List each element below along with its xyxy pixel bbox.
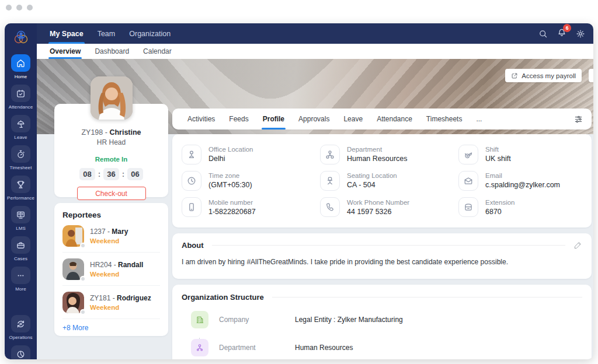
operations-icon xyxy=(11,315,30,332)
tab-activities[interactable]: Activities xyxy=(180,108,222,130)
notification-badge: 6 xyxy=(563,24,571,32)
tab-feeds[interactable]: Feeds xyxy=(222,108,255,130)
attendance-status: Remote In xyxy=(54,156,168,163)
tab-attendance[interactable]: Attendance xyxy=(370,108,419,130)
subnav-tab-dashboard[interactable]: Dashboard xyxy=(88,44,136,59)
main-area: My Space Team Organization 6 Overview Da… xyxy=(37,23,593,359)
nav-tab-organization[interactable]: Organization xyxy=(122,23,178,44)
handset-icon xyxy=(320,197,340,217)
seat-icon xyxy=(320,171,340,191)
employee-info-card: Office Location Delhi Department Human R… xyxy=(172,134,592,228)
status-dot xyxy=(80,309,86,315)
umbrella-icon xyxy=(11,115,30,132)
window-controls xyxy=(6,5,33,10)
location-pin-icon xyxy=(182,145,201,164)
reportees-card: Reportees 1237 - Mary Weekend xyxy=(54,203,168,336)
org-nodes-icon xyxy=(320,145,340,164)
briefcase-icon xyxy=(11,236,30,254)
sidebar-item-more[interactable]: More xyxy=(11,267,30,292)
sidebar-item-lms[interactable]: LMS xyxy=(11,206,30,231)
info-seating-location: Seating Location CA - 504 xyxy=(320,167,458,194)
reportee-row-rodriguez[interactable]: ZY181 - Rodriguez Weekend xyxy=(62,286,160,319)
info-shift: Shift UK shift xyxy=(458,141,582,167)
nav-tab-team[interactable]: Team xyxy=(91,23,123,44)
more-reportees-link[interactable]: +8 More xyxy=(62,324,88,332)
employee-role: HR Head xyxy=(54,138,168,146)
employee-avatar[interactable] xyxy=(91,76,133,120)
profile-tabs-bar: Activities Feeds Profile Approvals Leave… xyxy=(172,108,592,130)
divider xyxy=(212,245,565,246)
tab-approvals[interactable]: Approvals xyxy=(291,108,336,130)
info-timezone: Time zone (GMT+05:30) xyxy=(182,167,320,194)
topnav-actions: 6 xyxy=(538,23,585,44)
about-card: About I am driven by hiring #AllTheGreat… xyxy=(172,233,592,279)
window-close-button[interactable] xyxy=(6,5,12,10)
sidebar-item-timesheet[interactable]: Timesheet xyxy=(10,145,32,170)
reportee-avatar xyxy=(62,225,84,247)
org-row-company: Company Legal Entity : Zylker Manufactur… xyxy=(191,311,582,328)
org-structure-title: Organization Structure xyxy=(182,293,264,302)
sidebar-item-attendance[interactable]: Attendance xyxy=(9,85,33,110)
info-extension: Extension 6870 xyxy=(458,194,582,220)
employee-name: ZY198 - Christine xyxy=(54,128,168,136)
notifications-button[interactable]: 6 xyxy=(557,28,566,40)
whistle-icon xyxy=(458,145,478,164)
timer-minutes: 36 xyxy=(103,168,119,180)
window-minimize-button[interactable] xyxy=(16,5,22,10)
home-icon xyxy=(11,54,30,72)
reportees-title: Reportees xyxy=(62,211,160,219)
department-icon xyxy=(191,339,208,356)
calendar-check-icon xyxy=(11,85,30,102)
about-text: I am driven by hiring #AllTheGreatMinds.… xyxy=(182,258,582,266)
app-window: Home Attendance Leave Timesheet Performa xyxy=(5,23,593,359)
info-email: Email c.spalding@zylker.com xyxy=(458,167,582,194)
subnav-tab-calendar[interactable]: Calendar xyxy=(136,44,179,59)
ellipsis-icon xyxy=(11,267,30,284)
reportee-avatar xyxy=(62,292,84,313)
about-title: About xyxy=(182,241,204,250)
search-icon[interactable] xyxy=(538,29,548,38)
info-department: Department Human Resources xyxy=(320,141,458,167)
sidebar-item-performance[interactable]: Performance xyxy=(7,176,34,201)
stopwatch-icon xyxy=(11,145,30,163)
nav-tab-my-space[interactable]: My Space xyxy=(43,23,91,44)
check-out-button[interactable]: Check-out xyxy=(77,187,146,200)
reportee-row-randall[interactable]: HR204 - Randall Weekend xyxy=(62,253,160,286)
filter-sliders-icon[interactable] xyxy=(573,114,583,124)
timer-seconds: 06 xyxy=(127,168,143,180)
access-payroll-button[interactable]: Access my payroll xyxy=(505,69,582,82)
sidebar-item-home[interactable]: Home xyxy=(11,54,30,79)
pie-chart-icon xyxy=(11,345,30,359)
trophy-icon xyxy=(11,176,30,193)
envelope-icon xyxy=(458,171,478,191)
status-dot xyxy=(80,243,86,249)
info-office-location: Office Location Delhi xyxy=(182,141,320,167)
tab-more[interactable]: ... xyxy=(469,108,489,130)
gear-icon[interactable] xyxy=(576,29,585,38)
edit-pencil-icon[interactable] xyxy=(573,241,582,250)
reportee-status: Weekend xyxy=(90,304,151,311)
sidebar-item-operations[interactable]: Operations xyxy=(9,315,32,340)
sidebar: Home Attendance Leave Timesheet Performa xyxy=(5,23,37,359)
extension-phone-icon xyxy=(458,197,478,217)
app-logo xyxy=(12,28,30,46)
reportee-avatar xyxy=(62,258,84,280)
window-zoom-button[interactable] xyxy=(27,5,33,10)
sidebar-item-cases[interactable]: Cases xyxy=(11,236,30,261)
tab-timesheets[interactable]: Timesheets xyxy=(419,108,470,130)
info-mobile-number: Mobile number 1-5822820687 xyxy=(182,194,320,220)
tab-leave[interactable]: Leave xyxy=(336,108,370,130)
subnav-tab-overview[interactable]: Overview xyxy=(43,44,88,59)
sidebar-item-reports[interactable] xyxy=(11,345,30,359)
work-timer: 08 : 36 : 06 xyxy=(54,168,168,180)
tab-profile[interactable]: Profile xyxy=(256,108,291,130)
reportee-status: Weekend xyxy=(90,237,128,244)
reportee-row-mary[interactable]: 1237 - Mary Weekend xyxy=(62,219,160,253)
status-dot xyxy=(80,276,86,282)
clipped-banner-button[interactable] xyxy=(589,69,593,82)
sub-navbar: Overview Dashboard Calendar xyxy=(37,44,593,59)
reportee-status: Weekend xyxy=(90,271,143,278)
sidebar-item-leave[interactable]: Leave xyxy=(11,115,30,140)
info-work-phone: Work Phone Number 44 1597 5326 xyxy=(320,194,458,220)
external-link-icon xyxy=(511,72,518,79)
